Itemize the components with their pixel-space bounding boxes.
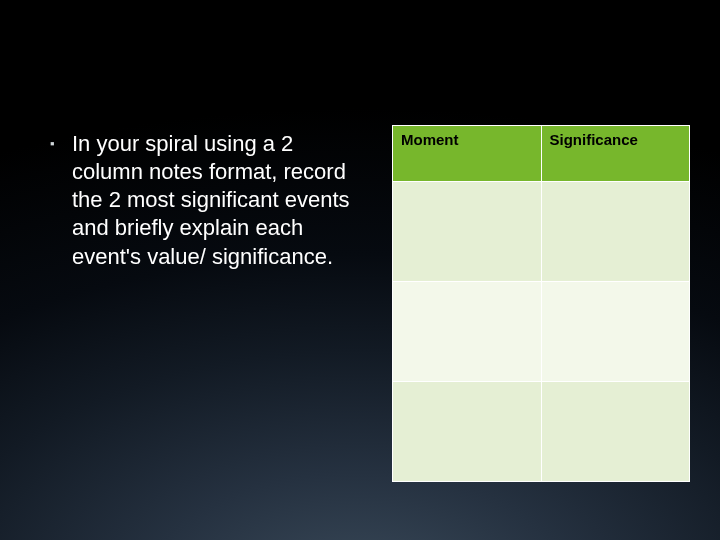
cell-significance <box>541 182 690 282</box>
table-header-row: Moment Significance <box>393 126 690 182</box>
cell-significance <box>541 382 690 482</box>
cell-significance <box>541 282 690 382</box>
table-row <box>393 382 690 482</box>
notes-table: Moment Significance <box>392 125 690 482</box>
slide: ▪ In your spiral using a 2 column notes … <box>0 0 720 540</box>
bullet-item: ▪ In your spiral using a 2 column notes … <box>50 130 360 271</box>
col-header-significance: Significance <box>541 126 690 182</box>
bullet-marker-icon: ▪ <box>50 130 72 158</box>
table-row <box>393 182 690 282</box>
cell-moment <box>393 382 542 482</box>
table-row <box>393 282 690 382</box>
bullet-list: ▪ In your spiral using a 2 column notes … <box>50 130 360 271</box>
col-header-moment: Moment <box>393 126 542 182</box>
bullet-text: In your spiral using a 2 column notes fo… <box>72 130 360 271</box>
cell-moment <box>393 282 542 382</box>
cell-moment <box>393 182 542 282</box>
